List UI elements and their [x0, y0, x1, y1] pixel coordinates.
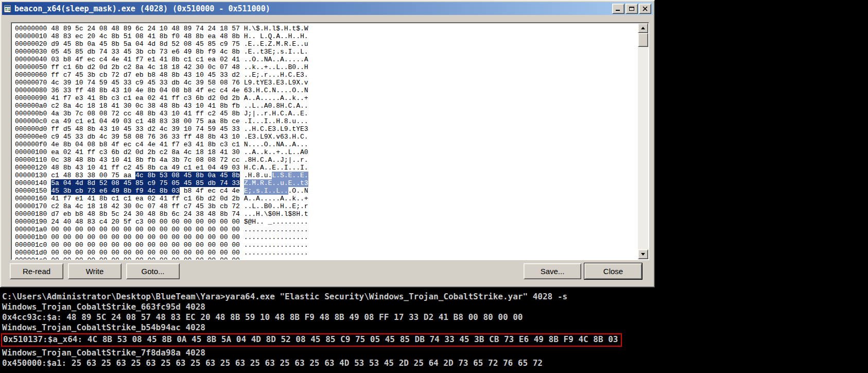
hex-row[interactable]: 000001c0 00 00 00 00 00 00 00 00 00 00 0…	[15, 241, 308, 249]
hex-bytes[interactable]: 48 83 ec 20 4c 8b 51 08 41 8b f0 48 8b e…	[51, 32, 240, 40]
hex-row[interactable]: 000000b0 4a 3b 7c 08 08 72 cc 48 8b 43 1…	[15, 110, 308, 117]
hex-ascii[interactable]: ..k..+..L..B0..H	[244, 63, 308, 71]
hex-row[interactable]: 00000150 45 3b cb 73 e6 49 8b f9 4c 8b 0…	[15, 187, 308, 195]
hex-row[interactable]: 000000c0 ca 49 c1 e1 04 49 03 c1 48 83 3…	[15, 117, 308, 125]
hex-ascii[interactable]: J;|..r.H.C.A..E.	[244, 110, 308, 117]
scroll-up-button[interactable]	[638, 23, 648, 33]
hex-row[interactable]: 00000160 41 f7 e1 41 8b c1 c1 ea 02 41 f…	[15, 195, 308, 202]
hex-bytes[interactable]: ea 02 41 ff c3 6b d2 0d 2b c2 8a 4c 18 1…	[51, 148, 240, 156]
hex-ascii[interactable]: ................	[244, 226, 308, 233]
maximize-button[interactable]	[626, 4, 638, 14]
hex-ascii[interactable]: ..L..A0.8H.C.A..	[244, 102, 308, 110]
hex-row[interactable]: 00000110 0c 38 48 8b 43 10 41 8b fb 4a 3…	[15, 156, 308, 164]
hex-row[interactable]: 000000f0 4e 8b 04 08 b8 4f ec c4 4e 41 f…	[15, 141, 308, 148]
hex-bytes[interactable]: 36 33 ff 48 8b 43 10 4e 8b 04 08 b8 4f e…	[51, 87, 240, 94]
hex-ascii[interactable]: ................	[244, 241, 308, 249]
hex-ascii[interactable]: N....O..NA..A...	[244, 141, 308, 148]
write-button[interactable]: Write	[68, 263, 121, 279]
hex-bytes[interactable]: ca 49 c1 e1 04 49 03 c1 48 83 38 00 75 a…	[51, 117, 240, 125]
hex-bytes[interactable]: ff d5 48 8b 43 10 45 33 d2 4c 39 10 74 5…	[51, 125, 240, 133]
hex-ascii[interactable]: H.C.A..E..I...I.	[244, 164, 308, 172]
hex-bytes[interactable]: c2 8a 4c 18 18 42 30 0c 07 48 ff c7 45 3…	[51, 202, 240, 210]
hex-row[interactable]: 00000130 c1 48 83 38 00 75 aa 4c 8b 53 0…	[15, 172, 308, 179]
hex-bytes[interactable]: ff c1 6b d2 0d 2b c2 8a 4c 18 18 42 30 0…	[51, 63, 240, 71]
close-dialog-button[interactable]: Close	[584, 263, 642, 279]
hex-ascii[interactable]: .E3.L9X.v63.H.C.	[244, 133, 308, 141]
hex-bytes[interactable]: d7 eb b8 48 8b 5c 24 30 48 8b 6c 24 38 4…	[51, 210, 240, 218]
hex-row[interactable]: 00000090 41 f7 e3 41 8b c3 c1 ea 02 41 f…	[15, 94, 308, 102]
hex-bytes[interactable]: 48 89 5c 24 08 48 89 6c 24 10 48 89 74 2…	[51, 25, 240, 32]
hex-bytes[interactable]: c2 8a 4c 18 18 41 30 0c 38 48 8b 43 10 4…	[51, 102, 240, 110]
hex-ascii[interactable]: H.. L.Q.A..H..H.	[244, 32, 308, 40]
hex-row[interactable]: 000001d0 00 00 00 00 00 00 00 00 00 00 0…	[15, 249, 308, 257]
hex-ascii[interactable]: ................	[244, 257, 308, 260]
hex-bytes[interactable]: 4c 39 10 74 59 45 33 c9 45 33 db 4c 39 5…	[51, 79, 240, 87]
hex-ascii[interactable]: ..L..B0..H..E;.r	[244, 202, 308, 210]
hex-ascii[interactable]: E;.s.I..L...O..N	[244, 187, 308, 195]
hex-ascii[interactable]: $@H.. _.........	[244, 218, 308, 226]
hex-ascii[interactable]: ..A..k..+..L..A0	[244, 148, 308, 156]
hex-bytes[interactable]: c9 45 33 db 4c 39 58 08 76 36 33 ff 48 8…	[51, 133, 240, 141]
hex-ascii[interactable]: A..A.....A..k..+	[244, 195, 308, 202]
hex-ascii[interactable]: ..E;.r...H.C.E3.	[244, 71, 308, 79]
hex-bytes[interactable]: 4e 8b 04 08 b8 4f ec c4 4e 41 f7 e3 41 8…	[51, 141, 240, 148]
hex-ascii[interactable]: .I...I..H.8.u...	[244, 117, 308, 125]
hex-ascii[interactable]: ..H.C.E3.L9.tYE3	[244, 125, 308, 133]
hex-bytes[interactable]: 03 b8 4f ec c4 4e 41 f7 e1 41 8b c1 c1 e…	[51, 56, 240, 63]
hex-row[interactable]: 000001e0 00 00 00 00 00 00 00 00 00 00 0…	[15, 257, 308, 260]
save-button[interactable]: Save...	[524, 263, 581, 279]
hex-row[interactable]: 00000100 ea 02 41 ff c3 6b d2 0d 2b c2 8…	[15, 148, 308, 156]
goto-button[interactable]: Goto...	[126, 263, 180, 279]
hex-bytes[interactable]: 4a 3b 7c 08 08 72 cc 48 8b 43 10 41 ff c…	[51, 110, 240, 117]
close-button[interactable]	[639, 4, 651, 14]
hex-ascii[interactable]: H.\$.H.l$.H.t$.W	[244, 25, 308, 32]
hex-row[interactable]: 00000140 5a 04 4d 8d 52 08 45 85 c9 75 0…	[15, 179, 308, 187]
hex-ascii[interactable]: A..A.....A..k..+	[244, 94, 308, 102]
hex-ascii[interactable]: L9.tYE3.E3.L9X.v	[244, 79, 308, 87]
scroll-down-button[interactable]	[638, 249, 648, 259]
scrollbar-thumb[interactable]	[638, 33, 648, 47]
hex-row[interactable]: 00000020 d9 45 8b 0a 45 8b 5a 04 4d 8d 5…	[15, 40, 308, 48]
titlebar[interactable]: beacon_x64(sleep_mask).exe (4028) (0x510…	[2, 2, 653, 15]
hex-row[interactable]: 00000080 36 33 ff 48 8b 43 10 4e 8b 04 0…	[15, 87, 308, 94]
hex-bytes[interactable]: 00 00 00 00 00 00 00 00 00 00 00 00 00 0…	[51, 249, 240, 257]
app-viewer-app-icon[interactable]	[4, 5, 12, 13]
hex-ascii[interactable]: ..O..NA..A.....A	[244, 56, 308, 63]
hex-bytes[interactable]: 45 3b cb 73 e6 49 8b f9 4c 8b 03 b8 4f e…	[51, 187, 240, 195]
hex-bytes[interactable]: 41 f7 e1 41 8b c1 c1 ea 02 41 ff c1 6b d…	[51, 195, 240, 202]
hex-row[interactable]: 000000e0 c9 45 33 db 4c 39 58 08 76 36 3…	[15, 133, 308, 141]
hex-bytes[interactable]: 05 45 85 db 74 33 45 3b cb 73 e6 49 8b f…	[51, 48, 240, 56]
hex-row[interactable]: 00000170 c2 8a 4c 18 18 42 30 0c 07 48 f…	[15, 202, 308, 210]
hex-ascii[interactable]: .H.8.u.L.S.E..E.	[244, 172, 308, 179]
hex-row[interactable]: 000000a0 c2 8a 4c 18 18 41 30 0c 38 48 8…	[15, 102, 308, 110]
minimize-button[interactable]	[612, 4, 624, 14]
reread-button[interactable]: Re-read	[10, 263, 63, 279]
hex-row[interactable]: 00000030 05 45 85 db 74 33 45 3b cb 73 e…	[15, 48, 308, 56]
hex-ascii[interactable]: .8H.C.A..J;|..r.	[244, 156, 308, 164]
hex-bytes[interactable]: 00 00 00 00 00 00 00 00 00 00 00 00 00 0…	[51, 257, 240, 260]
hex-bytes[interactable]: 41 f7 e3 41 8b c3 c1 ea 02 41 ff c3 6b d…	[51, 94, 240, 102]
hex-row[interactable]: 00000040 03 b8 4f ec c4 4e 41 f7 e1 41 8…	[15, 56, 308, 63]
hex-bytes[interactable]: 24 40 48 83 c4 20 5f c3 00 00 00 00 00 0…	[51, 218, 240, 226]
hex-bytes[interactable]: d9 45 8b 0a 45 8b 5a 04 4d 8d 52 08 45 8…	[51, 40, 240, 48]
hex-row[interactable]: 00000010 48 83 ec 20 4c 8b 51 08 41 8b f…	[15, 32, 308, 40]
hex-ascii[interactable]: ................	[244, 233, 308, 241]
hex-row[interactable]: 00000190 24 40 48 83 c4 20 5f c3 00 00 0…	[15, 218, 308, 226]
hex-row[interactable]: 00000000 48 89 5c 24 08 48 89 6c 24 10 4…	[15, 25, 308, 32]
hex-bytes[interactable]: 48 8b 43 10 41 ff c2 45 8b ca 49 c1 e1 0…	[51, 164, 240, 172]
hex-viewer[interactable]: 00000000 48 89 5c 24 08 48 89 6c 24 10 4…	[11, 22, 649, 260]
hex-bytes[interactable]: c1 48 83 38 00 75 aa 4c 8b 53 08 45 8b 0…	[51, 172, 240, 179]
hex-row[interactable]: 00000180 d7 eb b8 48 8b 5c 24 30 48 8b 6…	[15, 210, 308, 218]
hex-bytes[interactable]: 0c 38 48 8b 43 10 41 8b fb 4a 3b 7c 08 0…	[51, 156, 240, 164]
hex-bytes[interactable]: 5a 04 4d 8d 52 08 45 85 c9 75 05 45 85 d…	[51, 179, 240, 187]
hex-ascii[interactable]: .E..E.Z.M.R.E..u	[244, 40, 308, 48]
hex-ascii[interactable]: .E..t3E;.s.I..L.	[244, 48, 308, 56]
hex-row[interactable]: 00000050 ff c1 6b d2 0d 2b c2 8a 4c 18 1…	[15, 63, 308, 71]
hex-ascii[interactable]: Z.M.R.E..u.E..t3	[244, 179, 308, 187]
hex-row[interactable]: 000001b0 00 00 00 00 00 00 00 00 00 00 0…	[15, 233, 308, 241]
hex-bytes[interactable]: 00 00 00 00 00 00 00 00 00 00 00 00 00 0…	[51, 233, 240, 241]
hex-bytes[interactable]: 00 00 00 00 00 00 00 00 00 00 00 00 00 0…	[51, 226, 240, 233]
hex-row[interactable]: 00000070 4c 39 10 74 59 45 33 c9 45 33 d…	[15, 79, 308, 87]
hex-ascii[interactable]: ...H.\$0H.l$8H.t	[244, 210, 308, 218]
hex-row[interactable]: 00000120 48 8b 43 10 41 ff c2 45 8b ca 4…	[15, 164, 308, 172]
